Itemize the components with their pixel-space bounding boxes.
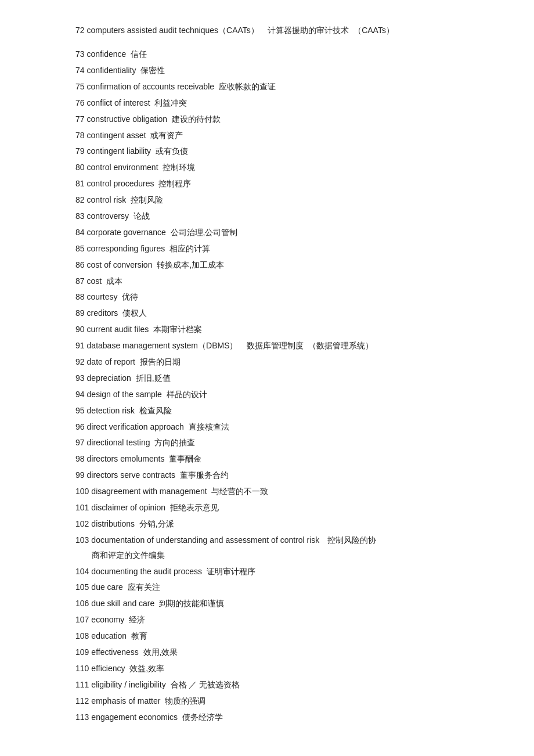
- term-zh: 或有负债: [156, 146, 188, 156]
- list-item: 92date of report 报告的日期: [75, 355, 459, 370]
- term-en: corresponding figures: [87, 244, 165, 253]
- list-item: 113engagement economics 债务经济学: [75, 710, 459, 725]
- term-zh: 债权人: [122, 308, 147, 318]
- term-en: direct verification approach: [87, 422, 184, 431]
- term-number: 77: [75, 114, 85, 124]
- term-zh: 计算器援助的审计技术: [268, 26, 349, 35]
- term-space: [178, 712, 182, 722]
- term-zh: 样品的设计: [167, 390, 207, 399]
- term-number: 102: [75, 519, 89, 528]
- term-zh: 拒绝表示意见: [170, 503, 219, 512]
- term-en: computers assisted audit techniques: [87, 26, 218, 35]
- term-en: database management system: [87, 341, 198, 350]
- term-zh: 董事服务合约: [180, 470, 229, 480]
- term-zh: 或有资产: [150, 131, 183, 140]
- term-number: 96: [75, 422, 85, 431]
- term-en: contingent liability: [87, 146, 151, 156]
- term-number: 105: [75, 582, 89, 592]
- term-zh: 控制风险的协: [327, 535, 376, 545]
- term-zh: 到期的技能和谨慎: [159, 599, 224, 608]
- list-item: 101disclaimer of opinion 拒绝表示意见: [75, 501, 459, 516]
- term-space: [135, 357, 140, 366]
- term-number: 93: [75, 373, 85, 383]
- term-zh: 物质的强调: [165, 696, 205, 705]
- term-en: detection risk: [87, 406, 135, 415]
- list-item: 103documentation of understanding and as…: [75, 533, 459, 563]
- term-space: [118, 308, 122, 318]
- term-zh: 公司治理,公司管制: [171, 228, 238, 237]
- term-zh: 债务经济学: [182, 712, 223, 722]
- list-item: 82control risk 控制风险: [75, 193, 459, 208]
- term-number: 111: [75, 680, 89, 689]
- term-space: [151, 146, 156, 156]
- term-space: [123, 582, 128, 592]
- term-space: [149, 325, 153, 334]
- term-space: [126, 49, 131, 59]
- list-item: 94design of the sample 样品的设计: [75, 387, 459, 402]
- term-en: documentation of understanding and asses…: [91, 535, 319, 545]
- term-number: 91: [75, 341, 85, 350]
- term-zh: 论战: [134, 211, 150, 221]
- term-zh: 建设的待付款: [172, 114, 221, 124]
- term-space: [102, 276, 106, 286]
- term-number: 74: [75, 66, 85, 75]
- term-zh: 数据库管理制度: [247, 341, 304, 350]
- list-item: 90current audit files 本期审计档案: [75, 322, 459, 337]
- term-number: 85: [75, 244, 85, 253]
- list-item: 110efficiency 效益,效率: [75, 661, 459, 676]
- term-en: control risk: [87, 195, 127, 204]
- term-en: conflict of interest: [87, 98, 150, 107]
- term-number: 98: [75, 454, 85, 463]
- term-number: 84: [75, 228, 85, 237]
- term-number: 83: [75, 211, 85, 221]
- list-item: 112emphasis of matter 物质的强调: [75, 694, 459, 709]
- term-zh: 控制风险: [131, 195, 163, 204]
- term-en: confidentiality: [87, 66, 136, 75]
- term-en: disclaimer of opinion: [91, 503, 165, 512]
- term-number: 87: [75, 276, 85, 286]
- list-item: 107economy 经济: [75, 613, 459, 628]
- list-item: 89creditors 债权人: [75, 306, 459, 321]
- term-number: 110: [75, 664, 89, 673]
- list-item: [75, 39, 459, 46]
- term-zh: 董事酬金: [169, 454, 201, 463]
- term-space: [127, 631, 131, 640]
- term-zh: 效用,效果: [143, 647, 178, 657]
- term-number: 81: [75, 179, 85, 188]
- term-number: 88: [75, 292, 85, 301]
- term-space: [129, 211, 134, 221]
- term-zh: 成本: [106, 276, 122, 286]
- term-space: [167, 114, 172, 124]
- term-space: [131, 373, 136, 383]
- list-item: 97directional testing 方向的抽查: [75, 435, 459, 451]
- term-en: cost: [87, 276, 102, 286]
- term-en: contingent asset: [87, 131, 146, 140]
- term-number: 82: [75, 195, 85, 204]
- term-zh: 教育: [131, 631, 147, 640]
- term-space: [202, 567, 207, 576]
- term-space: [166, 680, 171, 689]
- term-en: economy: [91, 615, 124, 624]
- list-item: 72computers assisted audit techniques（CA…: [75, 23, 459, 38]
- term-en: design of the sample: [87, 390, 162, 399]
- term-space: [214, 82, 219, 91]
- list-item: 99directors serve contracts 董事服务合约: [75, 468, 459, 483]
- term-en: date of report: [87, 357, 135, 366]
- list-item: 74confidentiality 保密性: [75, 63, 459, 78]
- term-zh: 合格 ／ 无被选资格: [171, 680, 240, 689]
- term-zh: 转换成本,加工成本: [157, 260, 224, 269]
- term-zh: 报告的日期: [140, 357, 181, 366]
- term-space: [124, 615, 129, 624]
- term-zh: 控制环境: [163, 163, 195, 172]
- term-space: [166, 228, 171, 237]
- term-en: documenting the audit process: [91, 567, 202, 576]
- term-en: depreciation: [87, 373, 131, 383]
- term-zh: 分销,分派: [139, 519, 174, 528]
- list-item: 79contingent liability 或有负债: [75, 144, 459, 159]
- term-number: 94: [75, 390, 85, 399]
- list-item: 76conflict of interest 利益冲突: [75, 96, 459, 111]
- list-item: 93depreciation 折旧,贬值: [75, 371, 459, 386]
- list-item: 108education 教育: [75, 629, 459, 644]
- list-item: 109effectiveness 效用,效果: [75, 645, 459, 660]
- term-zh: 信任: [131, 49, 147, 59]
